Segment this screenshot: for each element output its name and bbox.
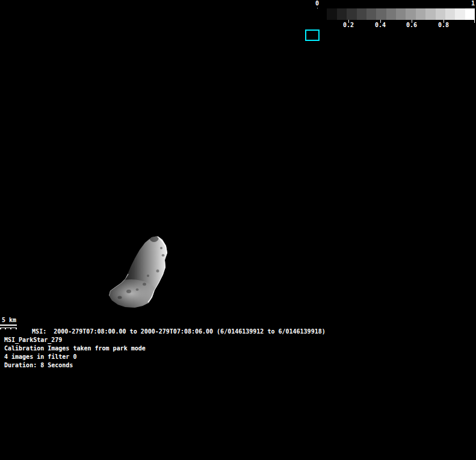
instrument-label: MSI: bbox=[32, 328, 46, 335]
observation-description: Calibration Images taken from park mode bbox=[4, 344, 146, 353]
scale-bar-tick bbox=[16, 328, 17, 329]
scale-bar-tick bbox=[10, 328, 11, 329]
colorbar-step bbox=[416, 8, 425, 20]
colorbar-tick-label: 0.6 bbox=[406, 22, 417, 28]
colorbar-step bbox=[425, 8, 435, 20]
colorbar-step bbox=[445, 8, 455, 20]
colorbar-step bbox=[406, 8, 415, 20]
observation-info: MSI_ParkStar_279 Calibration Images take… bbox=[4, 336, 146, 370]
colorbar-min-label: 0 bbox=[315, 0, 319, 7]
colorbar-step bbox=[347, 8, 356, 20]
colorbar-step bbox=[337, 8, 347, 20]
colorbar-tick-label: 0.4 bbox=[375, 22, 386, 28]
colorbar-tick-label: 0.8 bbox=[438, 22, 449, 28]
scale-bar-line bbox=[0, 325, 17, 326]
colorbar-step bbox=[396, 8, 406, 20]
colorbar: 0 1 0.20.40.60.8 bbox=[317, 0, 475, 30]
scale-bar-tick bbox=[0, 328, 1, 329]
colorbar-right-tick bbox=[474, 20, 475, 23]
time-range: 2000-279T07:08:00.00 to 2000-279T07:08:0… bbox=[46, 328, 213, 335]
selection-box[interactable] bbox=[305, 30, 320, 41]
sclk-range: (6/0146139912 to 6/0146139918) bbox=[213, 328, 326, 335]
colorbar-step bbox=[436, 8, 445, 20]
scale-bar-label: 5 km bbox=[2, 317, 16, 323]
observation-duration: Duration: 8 Seconds bbox=[4, 361, 146, 370]
colorbar-step bbox=[327, 8, 336, 20]
colorbar-step bbox=[366, 8, 376, 20]
colorbar-step bbox=[386, 8, 396, 20]
colorbar-step bbox=[376, 8, 386, 20]
colorbar-max-label: 1 bbox=[471, 0, 475, 7]
colorbar-step bbox=[357, 8, 366, 20]
viewer-canvas: 0 1 0.20.40.60.8 bbox=[0, 0, 476, 460]
observation-filter-info: 4 images in filter 0 bbox=[4, 353, 146, 361]
colorbar-step bbox=[317, 8, 327, 20]
colorbar-step bbox=[465, 8, 475, 20]
observation-name: MSI_ParkStar_279 bbox=[4, 336, 146, 344]
colorbar-tick-label: 0.2 bbox=[343, 22, 354, 28]
scale-bar-tick bbox=[5, 328, 6, 329]
colorbar-gradient bbox=[317, 8, 475, 20]
colorbar-step bbox=[455, 8, 465, 20]
asteroid-image bbox=[106, 234, 172, 312]
scale-bar-rule bbox=[0, 328, 17, 328]
